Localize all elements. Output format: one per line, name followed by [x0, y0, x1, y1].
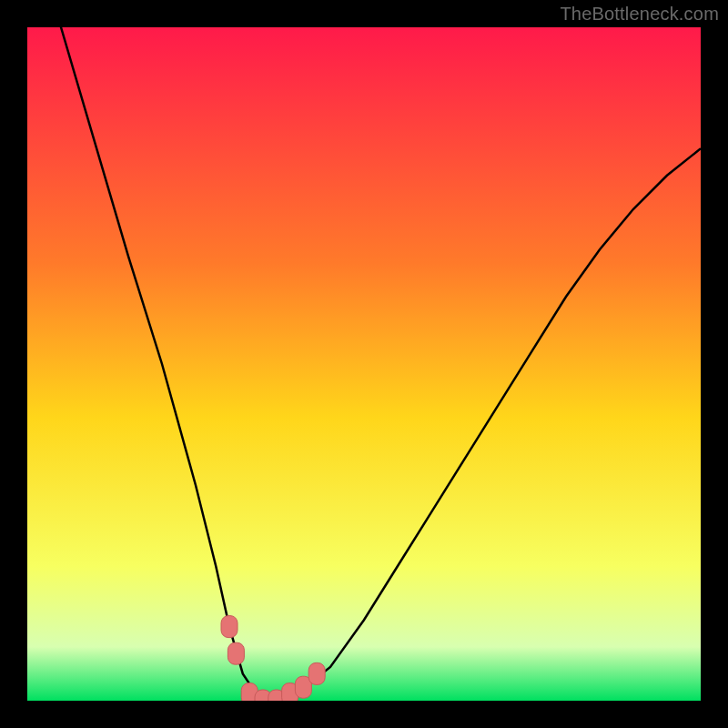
gradient-background: [27, 27, 701, 701]
chart-frame: TheBottleneck.com: [0, 0, 728, 728]
watermark-text: TheBottleneck.com: [560, 4, 719, 25]
plot-area: [27, 27, 701, 701]
marker-h: [308, 662, 325, 684]
marker-a: [221, 616, 238, 638]
marker-b: [228, 642, 244, 664]
chart-svg: [27, 27, 701, 701]
